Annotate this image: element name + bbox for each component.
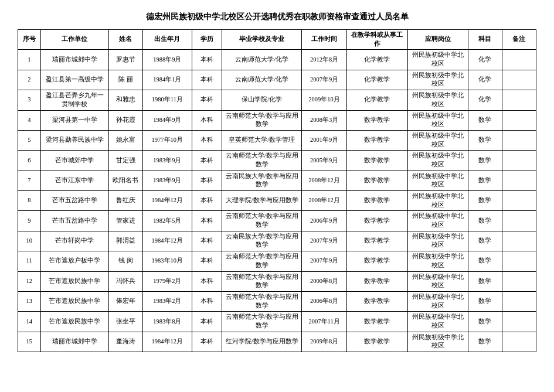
cell-note xyxy=(502,151,536,171)
cell-no: 4 xyxy=(18,110,41,130)
cell-name: 董海涛 xyxy=(108,332,142,352)
cell-birth: 1983年8月 xyxy=(142,312,192,332)
cell-task: 化学教学 xyxy=(347,50,407,70)
cell-name: 孙花霞 xyxy=(108,110,142,130)
cell-subject: 数学 xyxy=(468,110,502,130)
cell-subject: 数学 xyxy=(468,130,502,150)
cell-no: 1 xyxy=(18,50,41,70)
cell-name: 冯怀兵 xyxy=(108,271,142,291)
cell-edu: 本科 xyxy=(192,231,222,251)
cell-name: 甘定强 xyxy=(108,151,142,171)
cell-work: 盈江县第一高级中学 xyxy=(40,70,108,90)
cell-name: 姚永富 xyxy=(108,130,142,150)
page-title: 德宏州民族初级中学北校区公开选聘优秀在职教师资格审查通过人员名单 xyxy=(18,12,536,22)
cell-pos: 州民族初级中学北校区 xyxy=(407,130,468,150)
cell-note xyxy=(502,191,536,211)
cell-time: 2007年11月 xyxy=(301,312,346,332)
cell-subject: 数学 xyxy=(468,211,502,231)
cell-note xyxy=(502,110,536,130)
cell-task: 化学教学 xyxy=(347,90,407,110)
cell-no: 11 xyxy=(18,251,41,271)
cell-edu: 本科 xyxy=(192,251,222,271)
cell-major: 云南民族大学/数学与应用数学 xyxy=(222,171,302,190)
cell-major: 云南师范大学/数学与应用数学 xyxy=(222,291,302,311)
cell-birth: 1984年12月 xyxy=(142,332,192,352)
table-row: 3盈江县芒弄乡九年一贯制学校和雅忠1980年11月本科保山学院/化学2009年1… xyxy=(18,90,536,110)
header-birth: 出生年月 xyxy=(142,30,192,50)
cell-task: 数学教学 xyxy=(347,171,407,190)
cell-name: 鲁红庆 xyxy=(108,191,142,211)
cell-pos: 州民族初级中学北校区 xyxy=(407,70,468,90)
cell-edu: 本科 xyxy=(192,332,222,352)
cell-task: 数学教学 xyxy=(347,130,407,150)
cell-edu: 本科 xyxy=(192,271,222,291)
cell-subject: 数学 xyxy=(468,231,502,251)
cell-major: 云南师范大学/数学与应用数学 xyxy=(222,110,302,130)
cell-time: 2006年9月 xyxy=(301,211,346,231)
cell-time: 2012年8月 xyxy=(301,50,346,70)
cell-major: 云南师范大学/数学与应用数学 xyxy=(222,312,302,332)
cell-edu: 本科 xyxy=(192,110,222,130)
cell-no: 5 xyxy=(18,130,41,150)
cell-work: 芒市五岔路中学 xyxy=(40,191,108,211)
cell-note xyxy=(502,251,536,271)
cell-major: 云南师范大学/化学 xyxy=(222,70,302,90)
cell-pos: 州民族初级中学北校区 xyxy=(407,191,468,211)
table-row: 15瑞丽市城郊中学董海涛1984年12月本科红河学院/数学与应用数学2009年8… xyxy=(18,332,536,352)
main-table: 序号 工作单位 姓名 出生年月 学历 毕业学校及专业 工作时间 在教学科或从事工… xyxy=(18,29,536,352)
table-row: 8芒市五岔路中学鲁红庆1984年12月本科大理学院/数学与应用数学2008年12… xyxy=(18,191,536,211)
cell-birth: 1980年11月 xyxy=(142,90,192,110)
table-row: 13芒市遮放民族中学俸宏年1983年2月本科云南师范大学/数学与应用数学2006… xyxy=(18,291,536,311)
cell-time: 2000年8月 xyxy=(301,271,346,291)
header-edu: 学历 xyxy=(192,30,222,50)
header-pos: 应聘岗位 xyxy=(407,30,468,50)
cell-pos: 州民族初级中学北校区 xyxy=(407,312,468,332)
header-no: 序号 xyxy=(18,30,41,50)
cell-subject: 数学 xyxy=(468,151,502,171)
cell-note xyxy=(502,50,536,70)
cell-edu: 本科 xyxy=(192,291,222,311)
cell-pos: 州民族初级中学北校区 xyxy=(407,50,468,70)
header-time: 工作时间 xyxy=(301,30,346,50)
cell-birth: 1979年2月 xyxy=(142,271,192,291)
cell-time: 2009年8月 xyxy=(301,332,346,352)
cell-note xyxy=(502,130,536,150)
cell-time: 2008年12月 xyxy=(301,191,346,211)
cell-time: 2007年9月 xyxy=(301,231,346,251)
cell-no: 10 xyxy=(18,231,41,251)
table-row: 11芒市遮放户板中学钱 闵1983年10月本科云南师范大学/数学与应用数学200… xyxy=(18,251,536,271)
cell-time: 2007年9月 xyxy=(301,70,346,90)
cell-major: 云南民族大学/数学与应用数学 xyxy=(222,231,302,251)
cell-work: 芒市江东中学 xyxy=(40,171,108,190)
cell-major: 大理学院/数学与应用数学 xyxy=(222,191,302,211)
cell-work: 芒市城郊中学 xyxy=(40,151,108,171)
cell-birth: 1983年2月 xyxy=(142,291,192,311)
cell-task: 化学教学 xyxy=(347,70,407,90)
cell-work: 芒市遮放民族中学 xyxy=(40,291,108,311)
cell-no: 6 xyxy=(18,151,41,171)
cell-edu: 本科 xyxy=(192,151,222,171)
cell-no: 3 xyxy=(18,90,41,110)
cell-birth: 1988年9月 xyxy=(142,50,192,70)
cell-edu: 本科 xyxy=(192,70,222,90)
cell-birth: 1984年1月 xyxy=(142,70,192,90)
cell-task: 数学教学 xyxy=(347,312,407,332)
table-row: 4梁河县第一中学孙花霞1984年9月本科云南师范大学/数学与应用数学2008年3… xyxy=(18,110,536,130)
cell-time: 2005年9月 xyxy=(301,151,346,171)
cell-name: 钱 闵 xyxy=(108,251,142,271)
cell-task: 数学教学 xyxy=(347,211,407,231)
cell-edu: 本科 xyxy=(192,171,222,190)
cell-work: 盈江县芒弄乡九年一贯制学校 xyxy=(40,90,108,110)
cell-work: 芒市遮放民族中学 xyxy=(40,312,108,332)
cell-task: 数学教学 xyxy=(347,332,407,352)
cell-note xyxy=(502,312,536,332)
cell-work: 梁河县第一中学 xyxy=(40,110,108,130)
cell-edu: 本科 xyxy=(192,211,222,231)
cell-pos: 州民族初级中学北校区 xyxy=(407,332,468,352)
cell-note xyxy=(502,70,536,90)
cell-note xyxy=(502,271,536,291)
header-work: 工作单位 xyxy=(40,30,108,50)
table-row: 5梁河县勐养民族中学姚永富1977年10月本科皇英师范大学/数学管理2001年9… xyxy=(18,130,536,150)
cell-pos: 州民族初级中学北校区 xyxy=(407,151,468,171)
cell-note xyxy=(502,90,536,110)
